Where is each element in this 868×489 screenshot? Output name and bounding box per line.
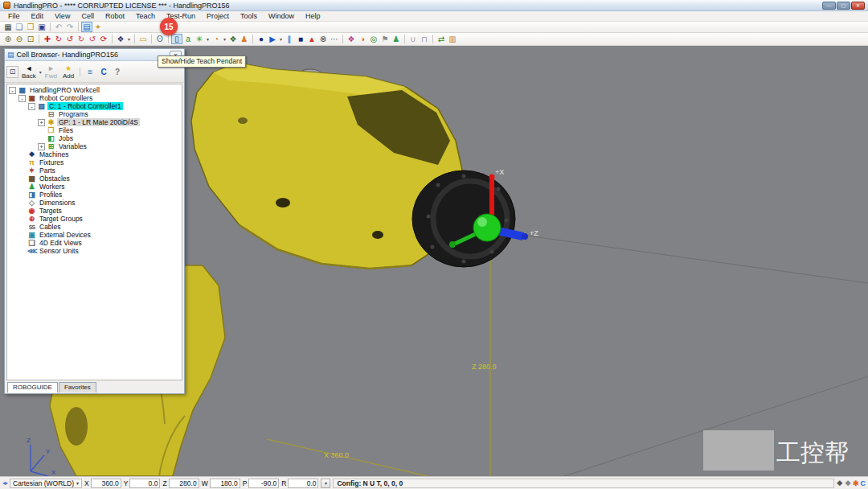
license-key-button[interactable]: ✦ — [92, 22, 104, 32]
worker-monitor-button[interactable]: ♟ — [391, 34, 402, 44]
tree-item-fixtures[interactable]: πFixtures — [7, 158, 182, 166]
tree-label[interactable]: Files — [57, 126, 75, 134]
rotate-z-button[interactable]: ⟳ — [98, 34, 109, 44]
abort-button[interactable]: ⊗ — [317, 34, 329, 44]
tree-item-workcell[interactable]: -▦HandlingPRO Workcell — [7, 86, 182, 94]
machining-panel-button[interactable]: ◑ — [357, 34, 368, 44]
press-tool-button[interactable]: ⊓ — [419, 34, 430, 44]
play-button[interactable]: ▶ — [267, 34, 278, 44]
tree-label[interactable]: HandlingPRO Workcell — [28, 86, 101, 94]
tree-label[interactable]: Parts — [38, 166, 57, 175]
menu-view[interactable]: View — [49, 11, 76, 22]
menu-window[interactable]: Window — [263, 11, 300, 22]
expander[interactable]: - — [18, 95, 26, 102]
back-dropdown-caret[interactable]: ▾ — [39, 69, 42, 75]
add-button[interactable]: ★ Add — [60, 62, 76, 81]
tree-label[interactable]: Programs — [57, 110, 90, 118]
tree-label[interactable]: Sensor Units — [38, 247, 80, 255]
tree-item-external-devices[interactable]: ▣External Devices — [7, 231, 182, 239]
tree-label[interactable]: Robot Controllers — [38, 94, 94, 102]
tree-item-variables[interactable]: +⊞Variables — [7, 142, 182, 150]
tree-label[interactable]: Machines — [38, 150, 70, 158]
tree-item-gp1-lr-mate[interactable]: +✱GP: 1 - LR Mate 200iD/4S — [7, 118, 182, 126]
dropdown-caret[interactable]: ▾ — [278, 36, 284, 42]
tree-label[interactable]: 4D Edit Views — [38, 239, 84, 247]
tree-item-profiles[interactable]: ◨Profiles — [7, 191, 182, 199]
menu-cell[interactable]: Cell — [76, 11, 100, 22]
tree-label[interactable]: Obstacles — [38, 175, 72, 183]
expander[interactable]: + — [38, 143, 45, 150]
dropdown-caret[interactable]: ▾ — [222, 36, 227, 42]
title-bar[interactable]: HandlingPRO - **** CORRUPTED LICENSE ***… — [0, 0, 868, 11]
help-button[interactable]: ? — [111, 65, 124, 78]
tree-label-selected[interactable]: C: 1 - Robot Controller1 — [47, 102, 123, 110]
dropdown-caret[interactable]: ▾ — [126, 36, 132, 42]
coord-p-value[interactable]: -90.0 — [248, 479, 279, 488]
tree-label[interactable]: Variables — [57, 142, 88, 150]
coord-z-value[interactable]: 280.0 — [169, 479, 199, 488]
dropdown-caret[interactable]: ▾ — [205, 36, 211, 42]
tree-item-target-groups[interactable]: ⊕Target Groups — [7, 215, 182, 223]
robot-status-icon-2[interactable]: ❖ — [845, 479, 851, 487]
tree-item-sensor-units[interactable]: ⋘Sensor Units — [7, 247, 182, 255]
tree-item-dimensions[interactable]: ◇Dimensions — [7, 199, 182, 207]
new-cell-button[interactable]: ❏ — [14, 22, 25, 32]
online-toggle-button[interactable]: ⇄ — [436, 34, 447, 44]
profiler-window-button[interactable]: ▥ — [447, 34, 458, 44]
eject-button[interactable]: ▲ — [306, 34, 317, 44]
tab-favorites[interactable]: Favorites — [59, 382, 96, 392]
operator-alarm-button[interactable]: ♟ — [239, 34, 250, 44]
tab-roboguide[interactable]: ROBOGUIDE — [7, 382, 58, 392]
target-utility-button[interactable]: ◎ — [368, 34, 379, 44]
menu-tools[interactable]: Tools — [235, 11, 263, 22]
menu-help[interactable]: Help — [300, 11, 326, 22]
tree-item-obstacles[interactable]: ▩Obstacles — [7, 175, 182, 183]
minimize-button[interactable]: — — [822, 2, 836, 10]
run-panel-button[interactable]: ⋯ — [329, 34, 340, 44]
redo-button[interactable]: ↷ — [64, 22, 76, 32]
measure-tool-button[interactable]: ▭ — [137, 34, 149, 44]
tree-label[interactable]: Dimensions — [38, 199, 76, 207]
zoom-out-button[interactable]: ⊖ — [14, 34, 25, 44]
menu-project[interactable]: Project — [201, 11, 235, 22]
hand-tool-button[interactable]: ∪ — [407, 34, 419, 44]
tree-item-parts[interactable]: ✶Parts — [7, 166, 182, 175]
tree-item-files[interactable]: ❐Files — [7, 126, 182, 134]
forward-button[interactable]: ► Fwd — [43, 62, 59, 81]
axis-lock-button[interactable]: a — [182, 34, 194, 44]
expander[interactable]: + — [38, 119, 45, 126]
tree-item-programs[interactable]: ⊟Programs — [7, 110, 182, 118]
roboguide-status-icon[interactable]: C — [861, 479, 866, 487]
tree-label[interactable]: Cables — [38, 223, 62, 231]
tree-item-robot-controller1[interactable]: -▤C: 1 - Robot Controller1 — [7, 102, 182, 110]
tree-label[interactable]: External Devices — [38, 231, 92, 239]
tree-item-robot-controllers[interactable]: -▣Robot Controllers — [7, 94, 182, 102]
tree-label[interactable]: Fixtures — [38, 158, 65, 166]
expander[interactable]: - — [28, 103, 35, 110]
move-view-button[interactable]: ✚ — [42, 34, 53, 44]
coord-r-value[interactable]: 0.0 — [288, 479, 318, 488]
tree-label[interactable]: Workers — [38, 183, 67, 191]
tree-item-jobs[interactable]: ◧Jobs — [7, 134, 182, 142]
tree-item-4d-edit-views[interactable]: ❑4D Edit Views — [7, 239, 182, 247]
back-button[interactable]: ◄ Back — [19, 62, 39, 81]
open-cell-button[interactable]: ❐ — [25, 22, 36, 32]
maximize-button[interactable]: ▢ — [837, 2, 850, 10]
coord-w-value[interactable]: 180.0 — [210, 479, 240, 488]
close-button[interactable]: ✕ — [851, 2, 865, 10]
teach-pendant-button[interactable]: ▯ — [171, 34, 182, 44]
menu-teach[interactable]: Teach — [130, 11, 161, 22]
expander[interactable]: - — [9, 87, 16, 94]
tcp-sphere[interactable] — [473, 214, 501, 241]
menu-edit[interactable]: Edit — [26, 11, 50, 22]
menu-file[interactable]: File — [2, 11, 26, 22]
tree-item-cables[interactable]: SSCables — [7, 223, 182, 231]
refresh-button[interactable]: C — [97, 65, 110, 78]
tree-view-button[interactable]: ≡ — [84, 65, 96, 78]
gear-status-icon[interactable]: ✱ — [853, 479, 859, 487]
jog-mode-icon[interactable]: ◂▸ — [2, 479, 7, 487]
rotate-x-button[interactable]: ↻ — [76, 34, 87, 44]
robot-wrist[interactable] — [412, 171, 515, 267]
tree-label[interactable]: Profiles — [38, 191, 63, 199]
coord-x-value[interactable]: 360.0 — [91, 479, 121, 488]
